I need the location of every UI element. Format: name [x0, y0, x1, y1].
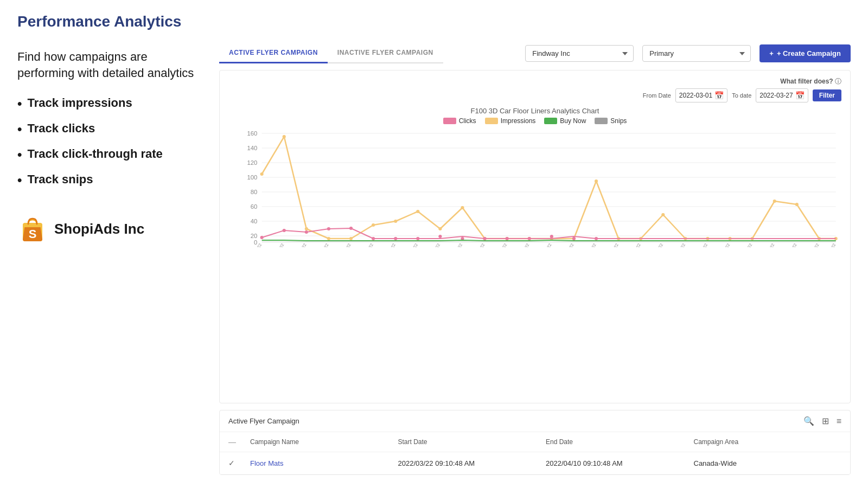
filter-section: What filter does? ⓘ From Date 2022-03-01… — [643, 77, 841, 102]
feature-clicks: Track clicks — [17, 121, 202, 137]
svg-text:03/17/2022: 03/17/2022 — [605, 243, 620, 247]
legend-impressions-label: Impressions — [501, 117, 536, 125]
chart-title: F100 3D Car Floor Liners Analytics Chart — [228, 107, 841, 115]
to-date-input[interactable]: 2022-03-27 📅 — [756, 88, 808, 102]
svg-point-58 — [483, 237, 486, 240]
table-header-bar: Active Flyer Campaign 🔍 ⊞ ≡ — [220, 410, 850, 432]
logo-section: S ShopiAds Inc — [17, 214, 202, 245]
calendar-from-icon: 📅 — [714, 91, 724, 100]
svg-point-50 — [305, 230, 308, 234]
tab-inactive-flyer[interactable]: INACTIVE FLYER CAMPAIGN — [328, 43, 443, 63]
svg-text:03/15/2022: 03/15/2022 — [560, 243, 575, 247]
svg-text:03/09/2022: 03/09/2022 — [426, 243, 441, 247]
row-area: Canada-Wide — [694, 459, 842, 467]
svg-text:03/07/2022: 03/07/2022 — [382, 243, 397, 247]
legend-snips-color — [595, 118, 608, 124]
col-area: Campaign Area — [694, 438, 842, 446]
tab-active-flyer[interactable]: ACTIVE FLYER CAMPAIGN — [219, 43, 328, 63]
col-start-date: Start Date — [398, 438, 546, 446]
svg-point-24 — [327, 237, 330, 240]
table-icons: 🔍 ⊞ ≡ — [803, 416, 841, 426]
svg-point-55 — [416, 237, 419, 240]
svg-point-29 — [438, 227, 442, 230]
create-campaign-button[interactable]: + + Create Campaign — [760, 44, 851, 62]
row-chevron-icon[interactable]: ✓ — [228, 459, 250, 467]
from-date-input[interactable]: 2022-03-01 📅 — [675, 88, 727, 102]
feature-impressions: Track impressions — [17, 96, 202, 112]
col-campaign-name: Campaign Name — [250, 438, 398, 446]
svg-point-26 — [372, 223, 375, 227]
svg-point-39 — [661, 213, 665, 216]
svg-text:80: 80 — [251, 189, 258, 195]
svg-text:03/16/2022: 03/16/2022 — [583, 243, 597, 247]
svg-text:03/10/2022: 03/10/2022 — [449, 243, 463, 247]
row-end-date: 2022/04/10 09:10:48 AM — [546, 459, 694, 467]
intro-text: Find how campaigns are performing with d… — [17, 49, 202, 81]
feature-list: Track impressions Track clicks Track cli… — [17, 96, 202, 188]
svg-text:03/11/2022: 03/11/2022 — [471, 243, 486, 247]
search-icon[interactable]: 🔍 — [803, 416, 814, 426]
legend-clicks-color — [443, 118, 456, 124]
svg-point-27 — [394, 220, 397, 223]
filter-hint: What filter does? ⓘ — [780, 77, 841, 86]
filter-button[interactable]: Filter — [813, 89, 841, 101]
svg-point-23 — [305, 227, 308, 230]
legend-buynow-color — [544, 118, 557, 124]
table-row: ✓ Floor Mats 2022/03/22 09:10:48 AM 2022… — [220, 452, 850, 474]
grid-icon[interactable]: ⊞ — [822, 416, 829, 426]
chart-svg: 160 140 120 100 80 60 40 20 0 — [228, 128, 841, 247]
svg-point-44 — [773, 200, 776, 203]
legend-clicks-label: Clicks — [459, 117, 476, 125]
to-date-value: 2022-03-27 — [760, 92, 793, 99]
svg-text:03/19/2022: 03/19/2022 — [649, 243, 664, 247]
primary-select[interactable]: Primary — [642, 45, 751, 62]
right-panel: ACTIVE FLYER CAMPAIGN INACTIVE FLYER CAM… — [219, 43, 851, 475]
legend-snips: Snips — [595, 117, 627, 125]
legend-impressions-color — [485, 118, 498, 124]
svg-point-61 — [550, 235, 553, 238]
table-columns: — Campaign Name Start Date End Date Camp… — [220, 432, 850, 452]
svg-text:03/06/2022: 03/06/2022 — [360, 243, 374, 247]
table-section: Active Flyer Campaign 🔍 ⊞ ≡ — Campaign N… — [219, 410, 851, 475]
svg-point-53 — [372, 237, 375, 240]
svg-point-49 — [283, 229, 286, 232]
filter-icon[interactable]: ≡ — [837, 416, 841, 426]
svg-point-21 — [260, 172, 264, 176]
svg-point-52 — [349, 227, 353, 230]
left-panel: Find how campaigns are performing with d… — [17, 43, 202, 475]
col-check: — — [228, 438, 250, 446]
svg-text:03/12/2022: 03/12/2022 — [493, 243, 508, 247]
shopiads-logo-icon: S — [17, 214, 48, 245]
table-title: Active Flyer Campaign — [228, 417, 299, 425]
feature-snips: Track snips — [17, 172, 202, 188]
company-select[interactable]: Findway Inc — [525, 45, 634, 62]
feature-ctr: Track click-through rate — [17, 147, 202, 163]
svg-point-60 — [528, 237, 531, 240]
svg-text:160: 160 — [247, 130, 258, 137]
svg-text:03/20/2022: 03/20/2022 — [672, 243, 686, 247]
svg-text:03/22/2022: 03/22/2022 — [716, 243, 731, 247]
svg-text:S: S — [29, 227, 37, 241]
svg-point-62 — [572, 237, 576, 240]
page-title: Performance Analytics — [17, 13, 851, 30]
to-label: To date — [732, 92, 751, 99]
legend-impressions: Impressions — [485, 117, 536, 125]
svg-point-28 — [416, 210, 419, 213]
svg-text:03/27/2022: 03/27/2022 — [822, 243, 837, 247]
svg-text:03/25/2022: 03/25/2022 — [783, 243, 797, 247]
legend-clicks: Clicks — [443, 117, 476, 125]
svg-point-25 — [349, 237, 353, 240]
svg-point-59 — [506, 237, 509, 240]
top-bar: ACTIVE FLYER CAMPAIGN INACTIVE FLYER CAM… — [219, 43, 851, 63]
logo-text: ShopiAds Inc — [54, 221, 144, 237]
svg-point-51 — [327, 227, 330, 230]
create-plus-icon: + — [769, 49, 774, 57]
svg-text:03/23/2022: 03/23/2022 — [738, 243, 753, 247]
row-campaign-name[interactable]: Floor Mats — [250, 459, 398, 467]
svg-point-36 — [595, 179, 598, 183]
svg-point-63 — [595, 237, 598, 240]
svg-point-45 — [795, 203, 799, 206]
svg-text:40: 40 — [251, 218, 258, 224]
svg-text:03/02/2022: 03/02/2022 — [270, 243, 285, 247]
svg-text:03/03/2022: 03/03/2022 — [292, 243, 307, 247]
